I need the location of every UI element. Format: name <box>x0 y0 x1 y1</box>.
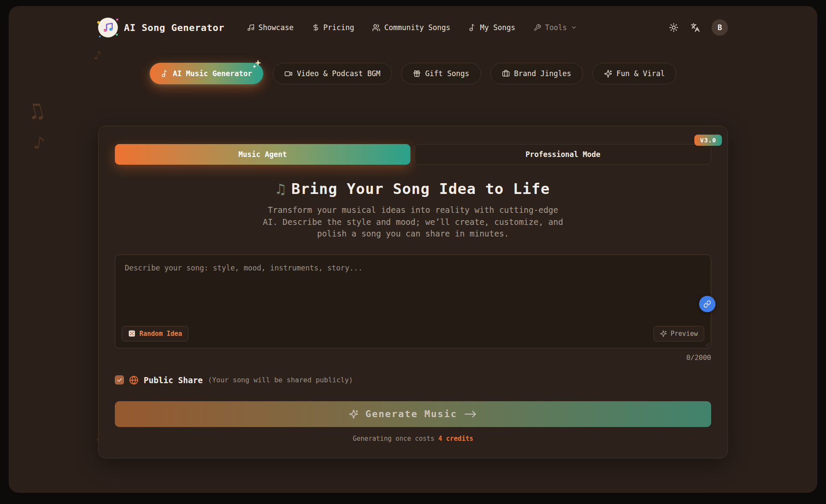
preview-button[interactable]: Preview <box>653 326 704 341</box>
generator-card: V3.0 Music Agent Professional Mode ♫Brin… <box>98 126 728 458</box>
category-tabs: AI Music Generator Video & Podcast BGM G… <box>9 63 817 84</box>
theme-toggle-button[interactable] <box>669 22 679 33</box>
music-agent-mode-button[interactable]: Music Agent <box>115 144 410 165</box>
navbar: AI Song Generator Showcase Pricing Commu… <box>98 17 728 38</box>
tab-brand-jingles[interactable]: Brand Jingles <box>490 63 583 84</box>
nav-item-my-songs[interactable]: My Songs <box>468 23 515 32</box>
resize-handle[interactable] <box>704 341 710 347</box>
logo-confetti <box>97 21 100 24</box>
page-title: ♫Bring Your Song Idea to Life <box>115 180 711 197</box>
share-link-bubble[interactable] <box>699 296 715 312</box>
logo-music-notes-icon <box>102 22 114 33</box>
subtitle-line: AI. Describe the style and mood; we’ll c… <box>115 216 711 228</box>
link-icon <box>703 300 711 308</box>
generate-music-button[interactable]: Generate Music <box>115 401 711 427</box>
character-counter: 0/2000 <box>115 353 711 362</box>
tab-label: Brand Jingles <box>514 69 571 78</box>
user-avatar[interactable]: B <box>712 19 728 36</box>
arrow-right-icon <box>464 410 477 418</box>
tab-label: Video & Podcast BGM <box>297 69 380 78</box>
credits-prefix: Generating once costs <box>353 435 438 443</box>
nav-item-label: Pricing <box>324 23 354 32</box>
random-idea-button[interactable]: Random Idea <box>122 326 188 341</box>
subtitle-line: Transform your musical ideas into realit… <box>115 204 711 216</box>
bg-music-note: ♪ <box>92 48 103 62</box>
nav-item-tools[interactable]: Tools <box>533 23 577 32</box>
tab-fun-viral[interactable]: Fun & Viral <box>592 63 677 84</box>
page-title-text: Bring Your Song Idea to Life <box>291 180 550 197</box>
navbar-right: B <box>669 19 728 36</box>
page-subtitle: Transform your musical ideas into realit… <box>115 204 711 240</box>
sparkle-decoration-icon <box>252 59 262 69</box>
bg-music-note: ♪ <box>32 133 46 153</box>
wrench-icon <box>533 24 541 31</box>
professional-mode-button[interactable]: Professional Mode <box>415 144 711 165</box>
nav-item-label: Tools <box>545 23 567 32</box>
nav-item-community-songs[interactable]: Community Songs <box>372 23 450 32</box>
translate-icon <box>690 23 700 32</box>
music-note-emoji-icon: ♫ <box>276 180 285 197</box>
music-note-icon <box>468 24 476 31</box>
tab-label: AI Music Generator <box>173 69 252 78</box>
logo-confetti <box>116 34 118 36</box>
music-note-icon <box>161 70 169 77</box>
nav-links: Showcase Pricing Community Songs My Song… <box>247 23 577 32</box>
nav-item-showcase[interactable]: Showcase <box>247 23 294 32</box>
sparkles-icon <box>660 330 667 337</box>
preview-label: Preview <box>671 330 698 338</box>
nav-item-label: My Songs <box>480 23 515 32</box>
sun-icon <box>669 23 678 32</box>
globe-icon <box>129 375 139 385</box>
tab-gift-songs[interactable]: Gift Songs <box>401 63 481 84</box>
subtitle-line: polish a song you can share in minutes. <box>115 228 711 240</box>
check-icon <box>117 377 123 383</box>
nav-item-label: Showcase <box>259 23 294 32</box>
sparkles-icon <box>604 70 612 78</box>
credits-cost-note: Generating once costs 4 credits <box>115 435 711 443</box>
public-share-row: Public Share (Your song will be shared p… <box>115 375 711 385</box>
app-title: AI Song Generator <box>124 22 225 33</box>
music-notes-icon <box>247 24 255 31</box>
gift-icon <box>413 70 421 77</box>
tab-label: Fun & Viral <box>616 69 665 78</box>
app-window: ♪ ♫ ♪ ♫ ♫ AI Song Generator Showcase Pri… <box>9 6 817 493</box>
song-description-area: Random Idea Preview <box>115 255 711 348</box>
dollar-icon <box>312 24 320 31</box>
public-share-label: Public Share <box>144 375 203 385</box>
app-logo[interactable] <box>98 18 118 37</box>
random-idea-label: Random Idea <box>139 330 182 338</box>
briefcase-icon <box>502 70 510 77</box>
tab-label: Gift Songs <box>425 69 469 78</box>
tab-ai-music-generator[interactable]: AI Music Generator <box>150 63 263 84</box>
public-share-note: (Your song will be shared publicly) <box>208 376 353 384</box>
users-icon <box>372 24 380 32</box>
tab-video-podcast-bgm[interactable]: Video & Podcast BGM <box>273 63 392 84</box>
logo-confetti <box>116 18 118 21</box>
bg-music-note: ♫ <box>27 98 45 123</box>
version-badge: V3.0 <box>694 135 722 146</box>
mode-switch: Music Agent Professional Mode <box>115 144 711 165</box>
public-share-checkbox[interactable] <box>115 375 124 384</box>
language-button[interactable] <box>690 22 700 33</box>
song-description-input[interactable] <box>115 255 711 348</box>
sparkles-icon <box>349 409 358 419</box>
video-camera-icon <box>284 70 293 78</box>
dice-icon <box>128 330 136 337</box>
chevron-down-icon <box>571 25 577 31</box>
nav-item-pricing[interactable]: Pricing <box>312 23 354 32</box>
credits-highlight: 4 credits <box>438 435 473 443</box>
logo-confetti <box>99 36 101 37</box>
generate-music-label: Generate Music <box>365 409 457 419</box>
nav-item-label: Community Songs <box>384 23 450 32</box>
